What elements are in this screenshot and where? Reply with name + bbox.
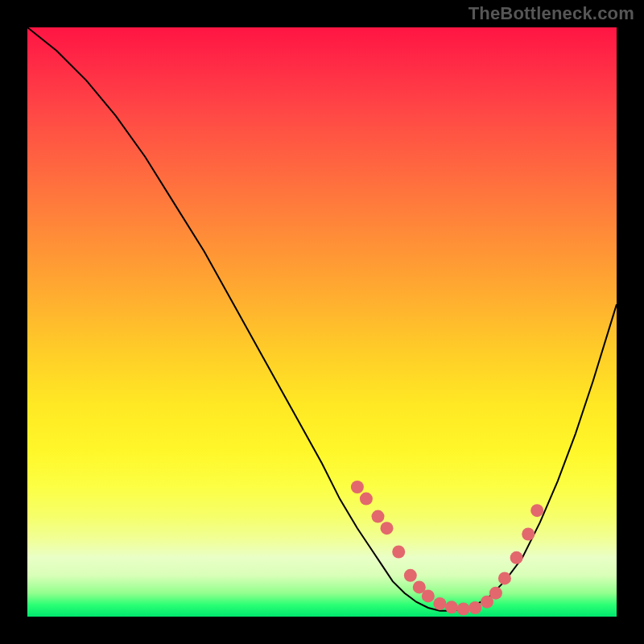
- curve-marker: [360, 493, 373, 506]
- curve-marker: [422, 589, 435, 602]
- curve-marker: [489, 587, 502, 600]
- curve-marker: [445, 601, 458, 613]
- curve-marker: [372, 510, 385, 523]
- curve-marker: [498, 572, 511, 584]
- curve-marker: [522, 528, 535, 541]
- bottleneck-curve: [27, 27, 617, 611]
- plot-area: [27, 27, 617, 617]
- curve-marker: [457, 603, 470, 616]
- curve-marker: [510, 551, 523, 564]
- curve-marker: [392, 546, 405, 559]
- chart-frame: TheBottleneck.com: [0, 0, 644, 644]
- curve-marker: [381, 522, 394, 535]
- curve-marker: [469, 601, 481, 614]
- curve-svg: [27, 27, 617, 617]
- curve-marker: [351, 481, 364, 493]
- curve-marker: [433, 597, 446, 610]
- marker-group: [351, 481, 543, 616]
- curve-marker: [404, 569, 417, 582]
- attribution-label: TheBottleneck.com: [469, 3, 634, 24]
- curve-marker: [530, 504, 543, 517]
